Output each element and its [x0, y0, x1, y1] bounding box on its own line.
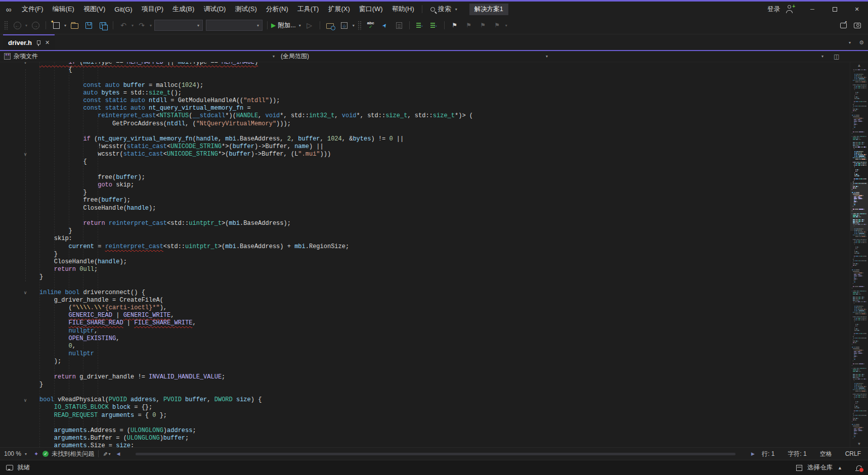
code-line[interactable]: wcsstr(static_cast<UNICODE_STRING*>(buff… [39, 151, 848, 158]
navigate-backward-button[interactable]: ← [11, 19, 24, 32]
chevron-down-icon[interactable]: ▾ [64, 23, 66, 28]
scroll-down-icon[interactable]: ▼ [850, 442, 868, 446]
menu-git[interactable]: Git(G) [110, 2, 137, 17]
code-line[interactable]: } [39, 273, 848, 281]
code-line[interactable]: auto bytes = std::size_t(); [39, 89, 848, 97]
menu-test[interactable]: 测试(S) [230, 2, 261, 17]
fold-collapse-icon[interactable]: ∨ [22, 290, 28, 295]
chevron-down-icon[interactable]: ▾ [132, 23, 134, 28]
chevron-down-icon[interactable]: ▾ [353, 23, 355, 28]
menu-analyze[interactable]: 分析(N) [262, 2, 293, 17]
chevron-down-icon[interactable]: ▾ [150, 23, 152, 28]
intellisense-icon[interactable]: ✦ [34, 451, 38, 457]
code-line[interactable] [39, 389, 848, 396]
code-line[interactable]: CloseHandle(handle); [39, 258, 848, 266]
menu-extensions[interactable]: 扩展(X) [323, 2, 354, 17]
chevron-down-icon[interactable]: ▾ [108, 452, 110, 456]
code-line[interactable]: FILE_SHARE_READ | FILE_SHARE_WRITE, [39, 319, 848, 327]
menu-debug[interactable]: 调试(D) [199, 2, 230, 17]
code-line[interactable]: OPEN_EXISTING, [39, 335, 848, 343]
completion-mode-button[interactable]: ➤ [378, 19, 392, 32]
code-line[interactable]: return g_driver_handle != INVALID_HANDLE… [39, 373, 848, 381]
fold-collapse-icon[interactable]: ∨ [22, 152, 28, 157]
solution-platform-dropdown[interactable]: ▾ [206, 20, 263, 31]
menu-tools[interactable]: 工具(T) [293, 2, 324, 17]
code-line[interactable] [39, 166, 848, 174]
fold-collapse-icon[interactable]: ∨ [22, 62, 28, 65]
document-health-indicator[interactable]: ✓ 未找到相关问题 [42, 450, 94, 458]
zoom-control[interactable]: 100 % ▾ [4, 450, 30, 457]
search-box[interactable]: 搜索 ▾ [425, 4, 463, 15]
minimap-scrollbar[interactable]: ▲ ▼ [850, 62, 868, 447]
code-line[interactable]: 0, [39, 343, 848, 350]
code-line[interactable]: READ_REQUEST arguments = { 0 }; [39, 412, 848, 419]
whitespace-indicator[interactable]: 空格 [820, 450, 832, 458]
clear-bookmarks-button[interactable]: ⚑ [491, 19, 504, 32]
code-line[interactable]: GENERIC_READ | GENERIC_WRITE, [39, 312, 848, 319]
scroll-up-icon[interactable]: ▲ [850, 63, 868, 68]
solution-explorer-sync-button[interactable]: ⌂ [338, 19, 351, 32]
redo-button[interactable]: ↷ [135, 19, 148, 32]
minimize-button[interactable]: ─ [801, 2, 823, 17]
solution-badge[interactable]: 解决方案1 [469, 4, 508, 15]
code-line[interactable]: } [39, 189, 848, 197]
code-line[interactable]: return reinterpret_cast<std::uintptr_t>(… [39, 220, 848, 227]
code-line[interactable]: nullptr [39, 350, 848, 358]
start-without-debugging-button[interactable]: ▷ [303, 19, 316, 32]
undo-button[interactable]: ↶ [117, 19, 130, 32]
scroll-left-icon[interactable]: ◀ [117, 451, 120, 456]
member-dropdown[interactable]: ▾ [549, 51, 824, 62]
code-line[interactable]: free(buffer); [39, 197, 848, 204]
code-line[interactable]: if (mbi.Type == MEM_MAPPED || mbi.Type =… [39, 62, 848, 66]
code-line[interactable]: arguments.Buffer = (ULONGLONG)buffer; [39, 435, 848, 442]
code-line[interactable]: nullptr, [39, 327, 848, 335]
code-line[interactable] [39, 212, 848, 220]
scope-dropdown[interactable]: (全局范围) ▾ [276, 51, 549, 62]
toggle-bookmark-button[interactable]: ⚑ [448, 19, 461, 32]
menu-edit[interactable]: 编辑(E) [48, 2, 79, 17]
code-content[interactable]: if (mbi.Type == MEM_MAPPED || mbi.Type =… [39, 62, 848, 447]
navigate-forward-button[interactable]: → [29, 19, 42, 32]
new-project-button[interactable] [50, 19, 63, 32]
gear-icon[interactable]: ⚙ [859, 39, 864, 46]
start-debug-button[interactable]: ▶ 附加... ▾ [271, 19, 302, 32]
save-button[interactable] [82, 19, 95, 32]
code-line[interactable]: if (nt_query_virtual_memory_fn(handle, m… [39, 135, 848, 143]
menu-project[interactable]: 项目(P) [137, 2, 168, 17]
code-line[interactable]: ); [39, 358, 848, 365]
code-line[interactable]: current = reinterpret_cast<std::uintptr_… [39, 243, 848, 251]
code-line[interactable]: } [39, 251, 848, 258]
solution-configuration-dropdown[interactable]: ▾ [154, 20, 203, 31]
menu-help[interactable]: 帮助(H) [387, 2, 419, 17]
code-line[interactable]: { [39, 66, 848, 74]
code-line[interactable]: { [39, 158, 848, 166]
increase-indent-button[interactable]: → [427, 19, 441, 32]
code-line[interactable]: inline bool driverconnect() { [39, 289, 848, 297]
code-line[interactable]: !wcsstr(static_cast<UNICODE_STRING*>(buf… [39, 143, 848, 151]
live-share-icon[interactable] [854, 23, 861, 28]
add-account-icon[interactable]: + [785, 5, 794, 13]
scrollbar-thumb[interactable] [136, 453, 735, 455]
code-line[interactable]: bool vReadPhysical(PVOID address, PVOID … [39, 396, 848, 404]
code-line[interactable]: const static auto nt_query_virtual_memor… [39, 105, 848, 112]
code-line[interactable]: CloseHandle(handle); [39, 205, 848, 212]
menu-view[interactable]: 视图(V) [79, 2, 110, 17]
sign-in-button[interactable]: 登录 [764, 5, 783, 14]
message-icon[interactable] [6, 465, 13, 470]
close-button[interactable]: ✕ [846, 2, 868, 17]
toolbar-grip[interactable] [4, 21, 8, 30]
code-line[interactable]: ("\\\\.\\*{carti-ioctl}*"), [39, 304, 848, 312]
spell-check-button[interactable]: abc✓ [364, 19, 377, 32]
code-editor[interactable]: ∨∨∨∨ if (mbi.Type == MEM_MAPPED || mbi.T… [0, 62, 868, 447]
close-icon[interactable]: ✕ [45, 39, 50, 46]
chevron-down-icon[interactable]: ▾ [505, 23, 507, 28]
open-file-button[interactable] [68, 19, 81, 32]
folding-gutter[interactable]: ∨∨∨∨ [0, 62, 39, 447]
share-icon[interactable] [840, 23, 847, 28]
code-line[interactable]: arguments.Size = size; [39, 442, 848, 447]
tab-driver-h[interactable]: driver.h ✕ [3, 34, 55, 50]
next-bookmark-button[interactable]: ⚑ [476, 19, 490, 32]
pin-icon[interactable] [36, 40, 41, 46]
code-line[interactable]: } [39, 381, 848, 389]
horizontal-scrollbar[interactable] [123, 452, 748, 456]
